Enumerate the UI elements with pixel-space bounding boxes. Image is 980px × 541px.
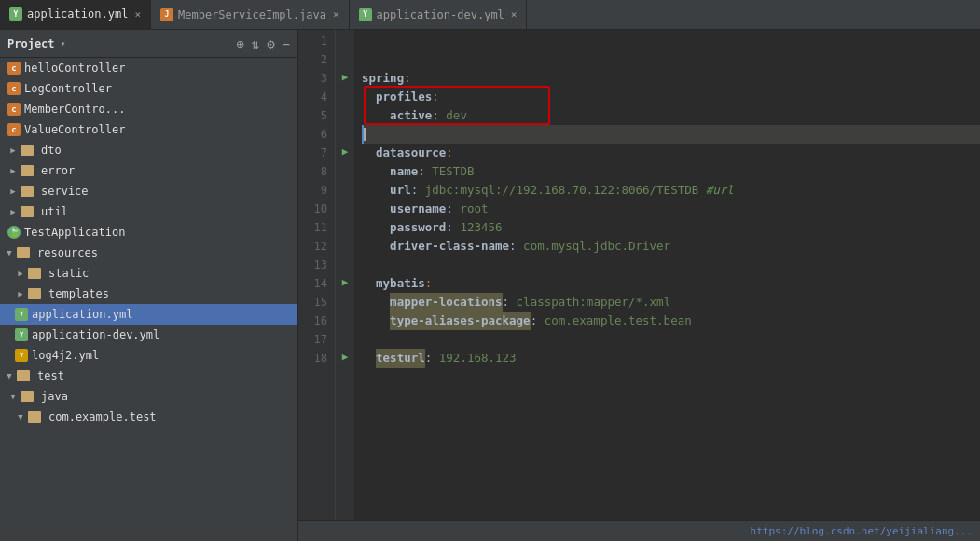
tree-item-application-dev-yml[interactable]: Y application-dev.yml bbox=[0, 325, 297, 345]
code-line-3: spring: bbox=[362, 69, 980, 88]
gutter-area: ▶ ▶ ▶ ▶ bbox=[336, 30, 354, 520]
yaml-value: jdbc:mysql://192.168.70.122:8066/TESTDB bbox=[425, 181, 699, 200]
folder-icon bbox=[21, 186, 34, 197]
tree-item-util[interactable]: ▶ util bbox=[0, 201, 297, 222]
code-line-11: password: 123456 bbox=[362, 218, 980, 237]
tree-item-templates[interactable]: ▶ templates bbox=[0, 284, 297, 304]
code-line-15: mapper-locations: classpath:mapper/*.xml bbox=[362, 293, 980, 312]
yaml-value: 192.168.123 bbox=[439, 349, 517, 368]
settings-icon[interactable]: ⚙ bbox=[267, 36, 274, 51]
sep: : bbox=[531, 312, 545, 330]
yaml-key-highlighted: testurl bbox=[376, 349, 425, 368]
java-class-icon: c bbox=[7, 123, 21, 136]
sep: : bbox=[503, 293, 517, 312]
sep: : bbox=[446, 218, 460, 237]
folder-icon bbox=[21, 165, 34, 176]
tree-item-label: service bbox=[41, 185, 89, 198]
yaml-value: classpath:mapper/*.xml bbox=[517, 293, 671, 312]
java-file-icon: J bbox=[160, 8, 173, 21]
tree-item-label: resources bbox=[37, 246, 98, 259]
editor-content[interactable]: 1 2 3 4 5 6 7 8 9 10 11 12 13 14 15 16 1… bbox=[298, 30, 980, 520]
yaml-colon: : bbox=[432, 88, 439, 106]
folder-icon bbox=[17, 370, 30, 381]
cursor bbox=[364, 128, 366, 141]
editor-area: 1 2 3 4 5 6 7 8 9 10 11 12 13 14 15 16 1… bbox=[298, 30, 980, 541]
tree-item-test[interactable]: ▼ test bbox=[0, 366, 297, 386]
code-line-9: url: jdbc:mysql://192.168.70.122:8066/TE… bbox=[362, 181, 980, 200]
yaml-key: username bbox=[390, 200, 446, 218]
tree-item-application-yml[interactable]: Y application.yml bbox=[0, 304, 297, 325]
tree-item-label: error bbox=[41, 164, 75, 177]
yaml-key: active bbox=[390, 106, 432, 125]
tree-item-label: util bbox=[41, 205, 68, 218]
tree-item-label: ValueController bbox=[24, 123, 125, 136]
project-title: Project bbox=[7, 37, 55, 50]
sort-icon[interactable]: ⇅ bbox=[252, 36, 259, 51]
code-line-18: testurl: 192.168.123 bbox=[362, 349, 980, 368]
tree-item-com-example-test[interactable]: ▼ com.example.test bbox=[0, 407, 297, 427]
code-line-14: mybatis: bbox=[362, 274, 980, 293]
expand-arrow: ▼ bbox=[4, 370, 15, 381]
gutter-icon-2 bbox=[336, 49, 354, 67]
gutter-icon-9 bbox=[336, 179, 354, 198]
indent bbox=[362, 106, 390, 125]
tree-item-log-controller[interactable]: c LogController bbox=[0, 78, 297, 99]
yaml-key: spring bbox=[362, 69, 404, 88]
sep: : bbox=[425, 349, 439, 368]
locate-icon[interactable]: ⊕ bbox=[236, 36, 243, 51]
sep: : bbox=[509, 237, 523, 256]
folder-icon bbox=[21, 206, 34, 217]
yaml-comment: #url bbox=[698, 181, 734, 200]
java-class-icon: c bbox=[7, 103, 21, 116]
minimize-icon[interactable]: − bbox=[283, 36, 290, 51]
close-icon[interactable]: × bbox=[134, 8, 141, 21]
yaml-key: driver-class-name bbox=[390, 237, 509, 256]
close-icon[interactable]: × bbox=[333, 8, 339, 21]
gutter-icon-3: ▶ bbox=[336, 67, 354, 86]
yaml-key: url bbox=[390, 181, 411, 200]
folder-icon bbox=[28, 288, 41, 299]
close-icon[interactable]: × bbox=[511, 8, 518, 21]
tree-item-hello-controller[interactable]: c helloController bbox=[0, 58, 297, 78]
yaml-icon: Y bbox=[15, 328, 28, 341]
indent bbox=[362, 200, 390, 218]
tree-item-label: TestApplication bbox=[24, 226, 125, 239]
tab-application-dev-yml[interactable]: Y application-dev.yml × bbox=[350, 0, 528, 29]
code-line-8: name: TESTDB bbox=[362, 162, 980, 181]
yaml-key: profiles bbox=[376, 88, 432, 106]
tree-item-static[interactable]: ▶ static bbox=[0, 263, 297, 284]
collapse-arrow: ▶ bbox=[7, 206, 19, 217]
gutter-icon-13 bbox=[336, 254, 354, 272]
indent bbox=[362, 293, 390, 312]
tree-item-member-controller[interactable]: c MemberContro... bbox=[0, 99, 297, 119]
tree-item-label: application-dev.yml bbox=[32, 328, 159, 341]
tree-item-log4j2-yml[interactable]: Y log4j2.yml bbox=[0, 345, 297, 366]
tree-item-error[interactable]: ▶ error bbox=[0, 160, 297, 181]
csdn-link[interactable]: https://blog.csdn.net/yeijialiang... bbox=[751, 525, 973, 537]
sep: : bbox=[411, 181, 425, 200]
yaml-key: mybatis bbox=[376, 274, 425, 293]
java-class-icon: c bbox=[7, 82, 21, 95]
status-bar: https://blog.csdn.net/yeijialiang... bbox=[298, 520, 980, 541]
indent bbox=[362, 88, 376, 106]
code-line-1 bbox=[362, 32, 980, 50]
main-area: Project ▾ ⊕ ⇅ ⚙ − c helloController c Lo… bbox=[0, 30, 980, 541]
tab-label: MemberServiceImpl.java bbox=[178, 8, 326, 21]
indent bbox=[362, 218, 390, 237]
gutter-icon-18: ▶ bbox=[336, 347, 354, 366]
tree-item-service[interactable]: ▶ service bbox=[0, 181, 297, 201]
code-line-6 bbox=[362, 125, 980, 144]
tab-member-service-impl[interactable]: J MemberServiceImpl.java × bbox=[151, 0, 350, 29]
tree-item-label: log4j2.yml bbox=[32, 349, 99, 362]
code-editor[interactable]: spring: profiles: active: dev datasource… bbox=[354, 30, 980, 520]
tree-item-test-application[interactable]: 🍃 TestApplication bbox=[0, 222, 297, 243]
code-line-10: username: root bbox=[362, 200, 980, 218]
separator: : bbox=[432, 106, 446, 125]
tree-item-dto[interactable]: ▶ dto bbox=[0, 140, 297, 160]
yaml-value: root bbox=[460, 200, 488, 218]
tree-item-resources[interactable]: ▼ resources bbox=[0, 243, 297, 263]
collapse-arrow: ▶ bbox=[7, 186, 19, 197]
tree-item-java[interactable]: ▼ java bbox=[0, 386, 297, 407]
tab-application-yml[interactable]: Y application.yml × bbox=[0, 0, 151, 30]
tree-item-value-controller[interactable]: c ValueController bbox=[0, 119, 297, 140]
